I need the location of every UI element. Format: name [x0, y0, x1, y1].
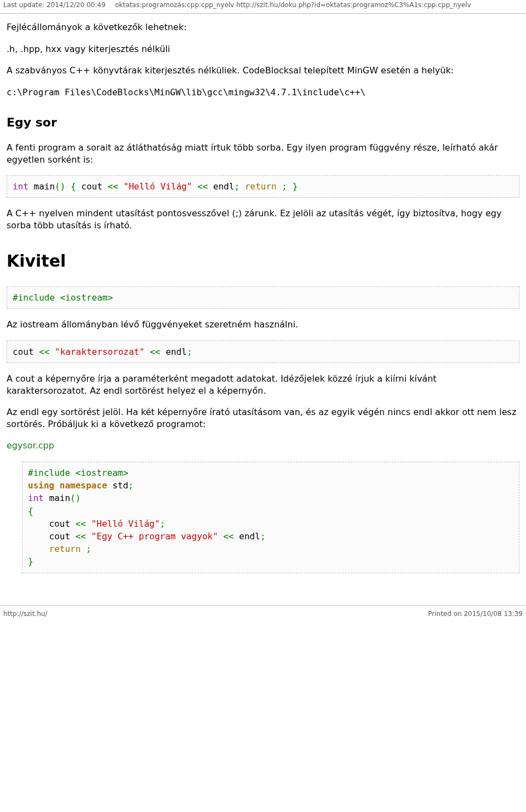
file-link-egysor[interactable]: egysor.cpp	[7, 440, 54, 451]
sp	[49, 347, 55, 357]
tok-int: int	[13, 181, 28, 192]
code-path: c:\Program Files\CodeBlocks\MinGW\lib\gc…	[7, 87, 519, 99]
tok-std: std	[107, 480, 129, 491]
paragraph: Az iostream állományban lévő függvényeke…	[7, 319, 519, 331]
paragraph-extensions: .h, .hpp, hxx vagy kiterjesztés nélküli	[7, 43, 519, 55]
paragraph: A fenti program a sorait az átláthatóság…	[7, 142, 519, 165]
tok-cout: cout	[28, 519, 76, 529]
tok-semi: ;	[86, 544, 92, 554]
tok-rbrace: }	[293, 181, 298, 192]
tok-parens: ()	[55, 181, 65, 192]
tok-op: <<	[223, 531, 233, 542]
heading-egy-sor: Egy sor	[7, 114, 519, 131]
sp	[277, 181, 282, 192]
tok-return: return	[49, 544, 81, 554]
header-bar: Last update: 2014/12/20 00:49 oktatas:pr…	[0, 0, 526, 14]
sp	[65, 181, 71, 192]
tok-cout: cout	[76, 181, 108, 192]
tok-endl: endl	[161, 347, 187, 357]
tok-op: <<	[197, 181, 208, 192]
tok-op: <<	[76, 531, 86, 542]
tok-lbrace: {	[71, 181, 76, 192]
paragraph: A C++ nyelven mindent utasítást pontosve…	[7, 208, 519, 231]
tok-include: #include <iostream>	[13, 292, 113, 303]
tok-cout: cout	[13, 347, 39, 357]
tok-string: "karaktersorozat"	[55, 347, 145, 357]
tok-semi: ;	[187, 347, 192, 357]
sp	[54, 480, 60, 491]
tok-semi: ;	[128, 480, 134, 491]
content: Fejlécállományok a következők lehetnek: …	[0, 14, 526, 605]
sp	[218, 531, 224, 542]
sp	[239, 181, 245, 192]
tok-op: <<	[150, 347, 160, 357]
tok-cout: cout	[28, 531, 76, 542]
tok-main: main	[44, 493, 70, 503]
tok-op: <<	[39, 347, 49, 357]
tok-semi: ;	[260, 531, 266, 542]
sp	[81, 544, 86, 554]
code-block-include: #include <iostream>	[7, 286, 519, 309]
tok-rbrace: }	[28, 556, 33, 567]
tok-semi: ;	[160, 519, 165, 529]
tok-endl: endl	[208, 181, 234, 192]
code-block-cout: cout << "karaktersorozat" << endl;	[7, 341, 519, 363]
footer-bar: http://szit.hu/ Printed on 2015/10/08 13…	[0, 605, 526, 620]
tok-op: <<	[107, 181, 118, 192]
sp	[86, 531, 92, 542]
sp	[86, 519, 92, 529]
tok-namespace: namespace	[60, 480, 107, 491]
sp	[192, 181, 198, 192]
paragraph: Az endl egy sortörést jelöl. Ha két képe…	[7, 406, 519, 430]
tok-int: int	[28, 493, 44, 503]
tok-return: return	[245, 181, 277, 192]
code-block-oneline: int main() { cout << "Helló Világ" << en…	[7, 175, 519, 198]
tok-parens: ()	[70, 493, 81, 503]
tok-endl: endl	[234, 531, 260, 542]
paragraph: Fejlécállományok a következők lehetnek:	[7, 21, 519, 33]
sp	[118, 181, 124, 192]
paragraph: A cout a képernyőre írja a paraméterként…	[7, 373, 519, 396]
paragraph: A szabványos C++ könyvtárak kiterjesztés…	[7, 65, 519, 77]
code-block-egysor: #include <iostream> using namespace std;…	[22, 462, 519, 573]
page: Last update: 2014/12/20 00:49 oktatas:pr…	[0, 0, 526, 620]
header-path: oktatas:programozás:cpp:cpp_nyelv http:/…	[115, 1, 471, 9]
tok-include: #include <iostream>	[28, 468, 128, 478]
tok-op: <<	[76, 519, 86, 529]
footer-printed: Printed on 2015/10/08 13:39	[428, 610, 523, 618]
tok-using: using	[28, 480, 54, 491]
tok-main: main	[28, 181, 55, 192]
sp	[287, 181, 293, 192]
sp	[28, 544, 49, 554]
header-last-update: Last update: 2014/12/20 00:49	[3, 1, 106, 9]
tok-string: "Helló Világ"	[123, 181, 192, 192]
heading-kivitel: Kivitel	[7, 250, 519, 273]
tok-semi: ;	[282, 181, 287, 192]
tok-string: "Egy C++ program vagyok"	[92, 531, 218, 542]
tok-lbrace: {	[28, 506, 33, 516]
tok-string: "Helló Világ"	[92, 519, 160, 529]
tok-semi: ;	[235, 181, 240, 192]
footer-url: http://szit.hu/	[3, 610, 47, 618]
